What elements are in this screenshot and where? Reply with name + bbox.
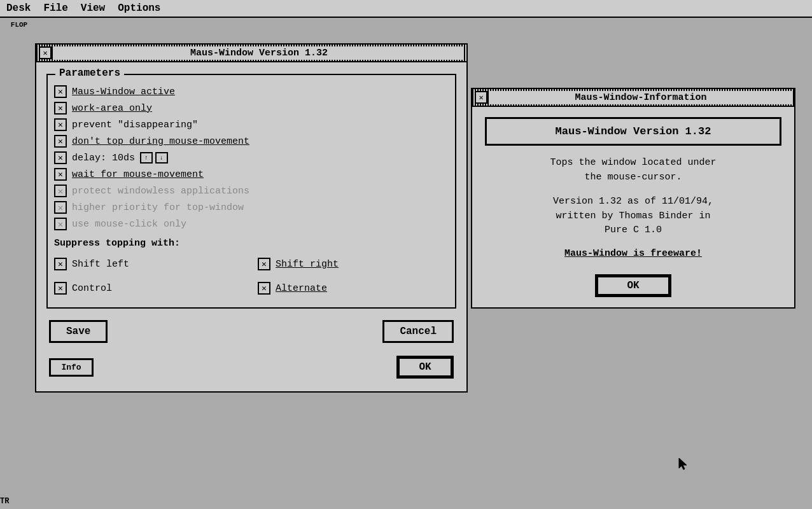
main-window-titlebar: ✕ Maus-Window Version 1.32 bbox=[36, 45, 466, 62]
info-ok-button[interactable]: OK bbox=[595, 274, 671, 297]
menu-view[interactable]: View bbox=[81, 3, 105, 14]
checkbox-row-mouse-click: ✕ use mouse-click only bbox=[54, 218, 449, 230]
main-window: ✕ Maus-Window Version 1.32 Parameters Ma… bbox=[35, 43, 468, 393]
checkbox-row-shift-left: Shift left bbox=[54, 258, 245, 270]
info-window: ✕ Maus-Window-Information Maus-Window Ve… bbox=[471, 88, 795, 309]
cancel-button[interactable]: Cancel bbox=[382, 320, 454, 343]
label-control: Control bbox=[72, 283, 112, 294]
delay-down-btn[interactable]: ↓ bbox=[155, 152, 168, 164]
checkbox-row-dont-top: don't top during mouse-movement bbox=[54, 135, 449, 148]
label-shift-right: Shift right bbox=[276, 259, 339, 270]
checkbox-dont-top[interactable] bbox=[54, 135, 67, 148]
label-maus-active: Maus-Window active bbox=[72, 87, 175, 97]
desktop: FLOP TR ✕ Maus-Window Version 1.32 Param… bbox=[0, 18, 812, 509]
menu-file[interactable]: File bbox=[43, 3, 67, 14]
ok-button[interactable]: OK bbox=[396, 356, 454, 379]
checkbox-alternate[interactable] bbox=[258, 282, 270, 295]
delay-spinner: ↑ ↓ bbox=[140, 152, 168, 164]
info-freeware: Maus-Window is freeware! bbox=[564, 248, 702, 259]
info-ok-row: OK bbox=[485, 274, 781, 297]
label-delay: delay: 10ds bbox=[72, 153, 135, 164]
info-description2: Version 1.32 as of 11/01/94,written by T… bbox=[485, 195, 781, 238]
checkbox-wait[interactable] bbox=[54, 168, 67, 181]
menu-bar: Desk File View Options bbox=[0, 0, 812, 18]
label-shift-left: Shift left bbox=[72, 259, 129, 270]
button-row-info-ok: Info OK bbox=[43, 349, 460, 385]
info-window-title: Maus-Window-Information bbox=[490, 91, 792, 104]
checkbox-row-protect: ✕ protect windowless applications bbox=[54, 185, 449, 197]
checkbox-row-wait: wait for mouse-movement bbox=[54, 168, 449, 181]
info-description1: Tops the window located underthe mouse-c… bbox=[485, 156, 781, 185]
mouse-cursor bbox=[678, 457, 688, 474]
label-wait: wait for mouse-movement bbox=[72, 169, 204, 180]
checkbox-control[interactable] bbox=[54, 282, 67, 295]
label-protect: protect windowless applications bbox=[72, 186, 249, 197]
checkbox-row-maus-active: Maus-Window active bbox=[54, 85, 449, 98]
checkbox-shift-left[interactable] bbox=[54, 258, 67, 270]
label-higher: higher priority for top-window bbox=[72, 202, 244, 213]
checkbox-maus-active[interactable] bbox=[54, 85, 67, 98]
label-dont-top: don't top during mouse-movement bbox=[72, 136, 249, 147]
label-work-area: work-area only bbox=[72, 103, 152, 114]
checkbox-shift-right[interactable] bbox=[258, 258, 270, 270]
checkbox-row-work-area: work-area only bbox=[54, 102, 449, 115]
label-mouse-click: use mouse-click only bbox=[72, 219, 186, 230]
info-window-close-btn[interactable]: ✕ bbox=[475, 91, 487, 104]
save-button[interactable]: Save bbox=[49, 320, 108, 343]
info-button[interactable]: Info bbox=[49, 358, 94, 377]
suppress-section: Suppress topping with: Shift left Shift … bbox=[54, 238, 449, 298]
checkbox-row-shift-right: Shift right bbox=[258, 258, 449, 270]
parameters-group: Parameters Maus-Window active work-area … bbox=[46, 74, 456, 309]
checkbox-row-alternate: Alternate bbox=[258, 282, 449, 295]
checkbox-mouse-click[interactable]: ✕ bbox=[54, 218, 67, 230]
floppy-icon[interactable]: FLOP bbox=[0, 21, 38, 59]
main-window-content: Parameters Maus-Window active work-area … bbox=[36, 62, 466, 391]
info-window-content: Maus-Window Version 1.32 Tops the window… bbox=[472, 107, 794, 307]
menu-desk[interactable]: Desk bbox=[6, 3, 31, 14]
checkbox-row-control: Control bbox=[54, 282, 245, 295]
info-version-box: Maus-Window Version 1.32 bbox=[485, 117, 781, 146]
checkbox-row-prevent: prevent "disappearing" bbox=[54, 118, 449, 131]
label-alternate: Alternate bbox=[276, 283, 327, 294]
parameters-label: Parameters bbox=[55, 67, 124, 79]
main-window-close-btn[interactable]: ✕ bbox=[39, 46, 52, 59]
checkbox-higher[interactable]: ✕ bbox=[54, 201, 67, 214]
checkbox-row-higher: ✕ higher priority for top-window bbox=[54, 201, 449, 214]
checkbox-work-area[interactable] bbox=[54, 102, 67, 115]
checkbox-protect[interactable]: ✕ bbox=[54, 185, 67, 197]
label-prevent: prevent "disappearing" bbox=[72, 120, 198, 130]
tr-label: TR bbox=[0, 497, 9, 506]
button-row-save-cancel: Save Cancel bbox=[43, 314, 460, 349]
delay-up-btn[interactable]: ↑ bbox=[140, 152, 153, 164]
main-window-title: Maus-Window Version 1.32 bbox=[54, 46, 464, 60]
checkbox-prevent[interactable] bbox=[54, 118, 67, 131]
info-window-titlebar: ✕ Maus-Window-Information bbox=[472, 89, 794, 107]
menu-options[interactable]: Options bbox=[118, 3, 160, 14]
suppress-grid: Shift left Shift right Control bbox=[54, 254, 449, 298]
checkbox-row-delay: delay: 10ds ↑ ↓ bbox=[54, 151, 449, 164]
checkbox-delay[interactable] bbox=[54, 151, 67, 164]
suppress-title: Suppress topping with: bbox=[54, 238, 449, 249]
svg-marker-0 bbox=[679, 458, 687, 470]
